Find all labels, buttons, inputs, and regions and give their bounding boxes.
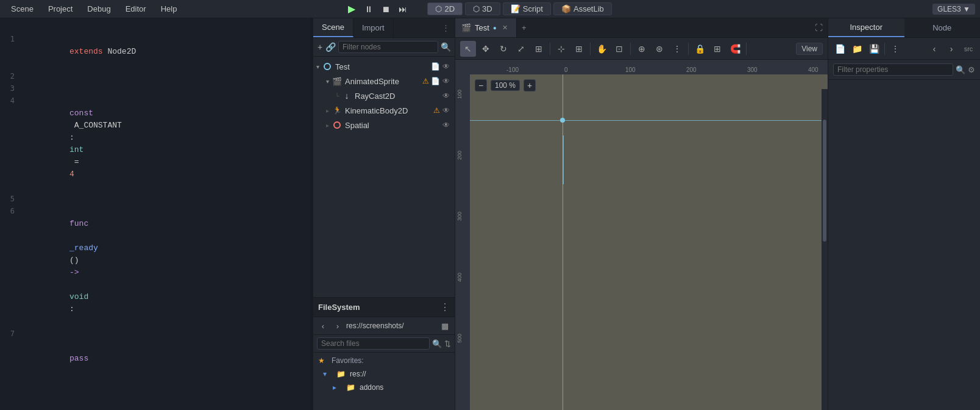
filter-properties-input[interactable] (833, 63, 953, 76)
view-button[interactable]: View (796, 43, 823, 55)
mode-2d-label: 2D (444, 4, 455, 13)
pointer-tool-button[interactable]: ⊡ (611, 41, 627, 57)
scale-tool-button[interactable]: ⤢ (513, 41, 529, 57)
fs-forward-button[interactable]: › (332, 320, 344, 332)
insp-folder-button[interactable]: 📁 (849, 41, 865, 57)
fs-back-button[interactable]: ‹ (317, 320, 329, 332)
tree-arrow-raycast2d: └ (333, 93, 341, 99)
drag-handle-v[interactable] (563, 135, 564, 184)
filter-nodes-input[interactable] (338, 41, 438, 53)
play-button[interactable]: ▶ (344, 2, 359, 16)
mode-2d-button[interactable]: ⬡ 2D (427, 2, 463, 15)
menu-editor[interactable]: Editor (119, 3, 152, 15)
snap-config-button[interactable]: ⊞ (571, 41, 587, 57)
tree-icons-spatial: 👁 (441, 120, 451, 130)
tree-empty-area[interactable] (313, 132, 455, 254)
tree-label-animatedsprite: AnimatedSprite (343, 77, 422, 86)
code-editor[interactable]: 1 extends Node2D 2 3 4 const A_CONSTANT … (0, 18, 310, 410)
rotate-tool-button[interactable]: ↻ (495, 41, 511, 57)
viewport-panel: 🎬 Test ● ✕ + ⛶ ↖ ✥ ↻ ⤢ ⊞ ⊹ ⊞ ✋ ⊡ ⊕ ⊛ ⋮ (455, 18, 828, 410)
frame-tool-button[interactable]: ⊞ (531, 41, 547, 57)
group-button[interactable]: ⊞ (709, 41, 725, 57)
code-line-pass: 7 pass (0, 328, 310, 377)
move-tool-button[interactable]: ✥ (478, 41, 494, 57)
kw-const-name: A_CONSTANT (69, 121, 122, 130)
step-button[interactable]: ⏭ (396, 2, 410, 16)
transform-handle[interactable] (560, 118, 565, 123)
link-node-button[interactable]: 🔗 (325, 40, 336, 54)
eye-icon-spatial[interactable]: 👁 (441, 120, 451, 130)
vp-expand-button[interactable]: ⛶ (810, 18, 828, 37)
favorites-label: Favorites: (332, 356, 364, 365)
kw-space1 (69, 231, 74, 240)
scene-tab-menu[interactable]: ⋮ (437, 18, 455, 37)
script-button[interactable]: 📝 Script (503, 2, 551, 15)
tree-label-raycast2d: RayCast2D (352, 92, 441, 101)
tree-icon-spatial (332, 120, 343, 131)
gles-badge[interactable]: GLES3 ▼ (932, 4, 975, 15)
more-tools-button[interactable]: ⋮ (669, 41, 685, 57)
insp-search-icon[interactable]: 🔍 (956, 65, 965, 74)
pan-tool-button[interactable]: ✋ (594, 41, 609, 57)
insp-forward-button[interactable]: › (943, 41, 959, 57)
tree-item-animatedsprite[interactable]: ▾ 🎬 AnimatedSprite ⚠ 📄 👁 (313, 74, 455, 88)
insp-save-button[interactable]: 💾 (866, 41, 882, 57)
vp-tab-modified-dot: ● (493, 24, 497, 31)
kw-value-4: 4 (69, 170, 74, 179)
insp-more-button[interactable]: ⋮ (887, 41, 903, 57)
insp-settings-icon[interactable]: ⚙ (968, 65, 975, 74)
tree-item-test[interactable]: ▾ Test 📄 👁 (313, 59, 455, 74)
filesystem-menu-button[interactable]: ⋮ (440, 301, 450, 313)
canvas-drawing-area[interactable] (470, 74, 828, 410)
vp-tab-add-button[interactable]: + (517, 18, 531, 37)
fs-favorites-item[interactable]: ★ Favorites: (313, 354, 455, 367)
stop-button[interactable]: ⏹ (378, 2, 393, 16)
tab-node[interactable]: Node (904, 18, 981, 37)
pivot-tool-button[interactable]: ⊕ (634, 41, 650, 57)
menu-project[interactable]: Project (42, 3, 79, 15)
bone-tool-button[interactable]: ⊛ (652, 41, 667, 57)
ruler-mark-100: 100 (625, 67, 636, 73)
insp-back-button[interactable]: ‹ (926, 41, 942, 57)
menu-debug[interactable]: Debug (81, 3, 116, 15)
scrollbar-vertical[interactable] (822, 89, 828, 410)
filter-icon[interactable]: ⇅ (444, 339, 451, 348)
zoom-out-button[interactable]: − (475, 79, 487, 92)
fs-layout-button[interactable]: ▦ (439, 320, 451, 332)
search-files-input[interactable] (317, 337, 430, 350)
insp-file-button[interactable]: 📄 (832, 41, 848, 57)
tab-import[interactable]: Import (353, 18, 394, 37)
zoom-in-button[interactable]: + (524, 79, 536, 92)
fs-res-item[interactable]: ▾ 📁 res:// (313, 367, 455, 381)
add-node-button[interactable]: + (317, 40, 323, 54)
toolbar-separator-1 (550, 43, 550, 55)
vp-tab-test[interactable]: 🎬 Test ● ✕ (455, 18, 517, 37)
line-content-pass: pass (22, 328, 88, 377)
fs-addons-item[interactable]: ▸ 📁 addons (313, 381, 455, 394)
menu-scene[interactable]: Scene (5, 3, 40, 15)
smart-snap-button[interactable]: 🧲 (727, 41, 743, 57)
tab-scene[interactable]: Scene (313, 18, 353, 37)
tree-item-kinematicbody2d[interactable]: ▸ 🏃 KinematicBody2D ⚠ 👁 (313, 103, 455, 118)
insp-source-button[interactable]: src (960, 41, 976, 57)
search-icon[interactable]: 🔍 (432, 339, 442, 348)
eye-icon-test[interactable]: 👁 (441, 62, 451, 71)
scrollbar-thumb[interactable] (823, 120, 826, 242)
viewport-canvas[interactable]: -100 0 100 200 300 400 100 200 300 400 5… (455, 60, 828, 410)
assetlib-button[interactable]: 📦 AssetLib (553, 2, 612, 15)
eye-icon-kinematicbody2d[interactable]: 👁 (441, 106, 451, 115)
lock-button[interactable]: 🔒 (692, 41, 708, 57)
eye-icon-raycast2d[interactable]: 👁 (441, 91, 451, 101)
tab-inspector[interactable]: Inspector (828, 18, 904, 37)
snap-tool-button[interactable]: ⊹ (553, 41, 569, 57)
select-tool-button[interactable]: ↖ (460, 41, 476, 57)
tree-item-raycast2d[interactable]: └ ↓ RayCast2D 👁 (313, 88, 455, 103)
line-content-const: const A_CONSTANT : int = 4 (22, 95, 122, 193)
tree-item-spatial[interactable]: ▸ Spatial 👁 (313, 118, 455, 132)
mode-3d-button[interactable]: ⬡ 3D (465, 2, 500, 15)
vp-tab-close-button[interactable]: ✕ (500, 23, 510, 33)
pause-button[interactable]: ⏸ (361, 2, 376, 16)
search-node-button[interactable]: 🔍 (441, 40, 451, 54)
menu-help[interactable]: Help (155, 3, 183, 15)
eye-icon-animatedsprite[interactable]: 👁 (441, 76, 451, 86)
